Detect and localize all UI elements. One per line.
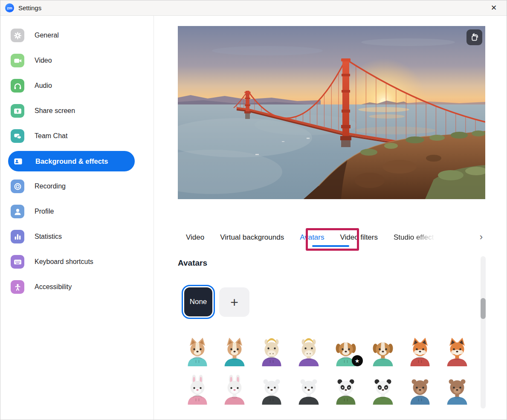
avatar-beagle-green-tshirt[interactable] — [371, 336, 395, 366]
avatar-panda-green-tshirt[interactable] — [371, 375, 395, 405]
scrollbar-track[interactable] — [481, 256, 486, 408]
sidebar-item-keyboard-shortcuts[interactable]: Keyboard shortcuts — [8, 252, 135, 272]
avatar-none-button[interactable]: None — [182, 285, 215, 319]
record-icon — [11, 180, 24, 193]
active-tab-underline — [312, 245, 349, 247]
sidebar-item-background-effects[interactable]: Background & effects — [8, 151, 135, 171]
sidebar-item-label: Video — [35, 57, 52, 64]
sidebar-item-profile[interactable]: Profile — [8, 201, 135, 222]
tab-video[interactable]: Video — [186, 233, 204, 242]
rotate-icon[interactable] — [466, 29, 482, 45]
avatar-polar-bear-gray-hoodie[interactable] — [259, 375, 284, 405]
sidebar-item-video[interactable]: Video — [8, 50, 135, 71]
sidebar-item-recording[interactable]: Recording — [8, 176, 135, 197]
avatar-corgi-teal-tshirt[interactable] — [222, 336, 247, 366]
scrollbar-thumb[interactable] — [481, 298, 486, 319]
tab-studio-effect[interactable]: Studio effect — [394, 233, 434, 242]
sidebar-item-label: Keyboard shortcuts — [35, 258, 93, 266]
keyboard-icon — [11, 255, 24, 269]
sidebar-item-label: Accessibility — [35, 283, 72, 291]
zoom-logo-icon: zm — [5, 3, 14, 13]
background-effects-icon — [11, 154, 25, 168]
share-screen-icon — [11, 104, 24, 118]
chat-bubbles-icon — [11, 129, 24, 143]
background-preview-image — [178, 26, 485, 199]
avatars-heading: Avatars — [178, 258, 207, 268]
sidebar-item-general[interactable]: General — [8, 25, 135, 46]
sidebar-item-share-screen[interactable]: Share screen — [8, 101, 135, 121]
sidebar-item-accessibility[interactable]: Accessibility — [8, 277, 135, 297]
avatar-beaver-blue-tshirt[interactable] — [445, 375, 469, 405]
window-title: Settings — [18, 4, 41, 12]
close-icon[interactable]: ✕ — [484, 0, 503, 15]
tabs-overflow-chevron-icon[interactable]: › — [480, 232, 483, 242]
sidebar-item-label: Background & effects — [35, 157, 108, 165]
settings-window: zm Settings ✕ General Video Audio Share … — [0, 0, 507, 420]
sidebar-item-label: Team Chat — [35, 132, 67, 140]
main-panel: VideoVirtual backgroundsAvatarsVideo fil… — [154, 16, 507, 420]
accessibility-icon — [11, 280, 24, 294]
sidebar-item-statistics[interactable]: Statistics — [8, 226, 135, 247]
avatar-rabbit-pink-tshirt[interactable] — [222, 375, 247, 405]
sidebar-item-label: General — [35, 32, 59, 39]
avatar-panda-green-hoodie[interactable] — [333, 375, 358, 405]
tab-virtual-backgrounds[interactable]: Virtual backgrounds — [220, 233, 284, 242]
avatar-grid: ★ — [179, 336, 475, 405]
svg-text:zm: zm — [7, 6, 12, 10]
avatar-horse-purple-hoodie[interactable] — [259, 336, 284, 366]
golden-gate-scene — [178, 26, 485, 199]
avatar-rabbit-pink-hoodie[interactable] — [185, 375, 210, 405]
sidebar: General Video Audio Share screen Team Ch… — [0, 16, 154, 420]
headphones-icon — [11, 79, 24, 93]
avatar-fox-red-tshirt[interactable] — [445, 336, 469, 366]
avatar-corgi-teal-hoodie[interactable] — [185, 336, 210, 366]
sidebar-item-label: Statistics — [35, 233, 62, 240]
avatar-beagle-green-hoodie[interactable]: ★ — [333, 336, 358, 366]
avatar-fox-red-hoodie[interactable] — [408, 336, 432, 366]
tab-avatars[interactable]: Avatars — [300, 233, 324, 242]
sidebar-item-label: Share screen — [35, 107, 75, 115]
sidebar-item-team-chat[interactable]: Team Chat — [8, 126, 135, 146]
tab-video-filters[interactable]: Video filters — [340, 233, 378, 242]
title-bar: zm Settings ✕ — [0, 0, 507, 16]
person-icon — [11, 205, 24, 218]
video-camera-icon — [11, 54, 24, 67]
avatar-beaver-blue-hoodie[interactable] — [408, 375, 432, 405]
sidebar-item-label: Audio — [35, 82, 52, 90]
add-avatar-button[interactable]: + — [219, 287, 249, 317]
avatar-horse-purple-tshirt[interactable] — [296, 336, 321, 366]
avatar-none-label: None — [184, 287, 212, 316]
avatar-polar-bear-gray-tshirt[interactable] — [296, 375, 321, 405]
sidebar-item-audio[interactable]: Audio — [8, 75, 135, 96]
sidebar-item-label: Profile — [35, 208, 54, 215]
star-badge-icon: ★ — [352, 355, 363, 366]
sidebar-item-label: Recording — [35, 182, 66, 190]
gear-icon — [11, 29, 24, 42]
bar-chart-icon — [11, 230, 24, 243]
